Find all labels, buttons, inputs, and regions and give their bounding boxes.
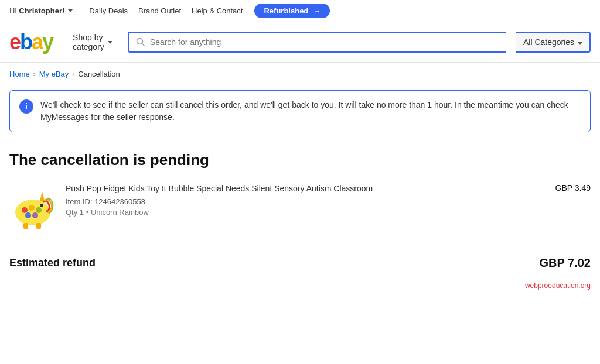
search-input[interactable]	[150, 37, 499, 47]
brand-outlet-link[interactable]: Brand Outlet	[138, 6, 181, 15]
refund-section: Estimated refund GBP 7.02	[0, 242, 600, 279]
user-menu-chevron[interactable]	[68, 9, 73, 12]
breadcrumb-my-ebay[interactable]: My eBay	[39, 70, 69, 78]
variant-text: Unicorn Rainbow	[91, 208, 149, 217]
item-qty-variant: Qty 1 • Unicorn Rainbow	[66, 208, 546, 217]
qty-text: Qty 1	[66, 208, 84, 217]
svg-marker-8	[40, 191, 45, 201]
info-banner: i We'll check to see if the seller can s…	[9, 90, 591, 132]
all-categories-label: All Categories	[523, 37, 574, 47]
logo-e: e	[9, 30, 20, 54]
svg-point-2	[15, 200, 50, 225]
help-contact-link[interactable]: Help & Contact	[192, 6, 243, 15]
all-categories-dropdown[interactable]: All Categories	[516, 32, 591, 53]
breadcrumb: Home › My eBay › Cancellation	[0, 63, 600, 85]
svg-point-3	[22, 207, 28, 213]
estimated-refund-amount: GBP 7.02	[540, 256, 591, 270]
watermark: webproeducation.org	[0, 279, 600, 294]
main-header: ebay Shop by category All Categories	[0, 22, 600, 63]
top-nav-links: Daily Deals Brand Outlet Help & Contact	[89, 6, 243, 15]
svg-point-4	[29, 205, 35, 211]
product-image	[9, 183, 56, 230]
watermark-text: webproeducation.org	[525, 281, 591, 290]
estimated-refund-label: Estimated refund	[9, 257, 96, 269]
ebay-logo[interactable]: ebay	[9, 32, 53, 53]
greeting-text: Hi	[9, 6, 16, 15]
logo-a: a	[32, 30, 42, 54]
refurbished-button[interactable]: Refurbished →	[254, 4, 330, 18]
logo-y: y	[42, 30, 53, 54]
breadcrumb-current: Cancellation	[78, 70, 120, 78]
daily-deals-link[interactable]: Daily Deals	[89, 6, 128, 15]
logo-b: b	[20, 30, 32, 54]
info-icon: i	[19, 99, 33, 114]
svg-point-6	[25, 212, 31, 218]
breadcrumb-sep-2: ›	[72, 70, 74, 78]
breadcrumb-home[interactable]: Home	[9, 70, 30, 78]
order-item: Push Pop Fidget Kids Toy It Bubble Speci…	[9, 183, 591, 242]
refurbished-arrow: →	[313, 6, 321, 15]
cancellation-pending-title: The cancellation is pending	[9, 151, 591, 169]
svg-rect-11	[23, 223, 28, 229]
order-details: Push Pop Fidget Kids Toy It Bubble Speci…	[66, 183, 546, 217]
shop-by-category-label: Shop by category	[73, 33, 104, 51]
svg-point-7	[32, 212, 38, 218]
svg-point-10	[40, 204, 43, 207]
svg-point-5	[36, 207, 42, 213]
top-navigation: Hi Christopher! Daily Deals Brand Outlet…	[0, 0, 600, 22]
username-text: Christopher!	[19, 6, 64, 15]
svg-line-1	[142, 44, 144, 46]
page-content: The cancellation is pending	[0, 142, 600, 242]
search-icon	[136, 37, 145, 47]
refurbished-label: Refurbished	[264, 6, 308, 15]
all-categories-chevron	[578, 42, 582, 45]
product-image-svg	[9, 183, 56, 230]
shop-by-category-chevron	[108, 41, 112, 44]
search-bar	[128, 32, 506, 53]
shop-by-category-button[interactable]: Shop by category	[67, 28, 118, 56]
breadcrumb-sep-1: ›	[33, 70, 36, 78]
order-price: GBP 3.49	[555, 183, 591, 193]
info-banner-text: We'll check to see if the seller can sti…	[40, 99, 581, 123]
item-id: Item ID: 124642360558	[66, 197, 546, 206]
item-id-label: Item ID:	[66, 197, 93, 206]
product-title: Push Pop Fidget Kids Toy It Bubble Speci…	[66, 183, 546, 195]
svg-rect-12	[36, 223, 41, 229]
qty-sep: •	[86, 208, 91, 217]
item-id-value: 124642360558	[94, 197, 145, 206]
user-greeting[interactable]: Hi Christopher!	[9, 6, 73, 15]
